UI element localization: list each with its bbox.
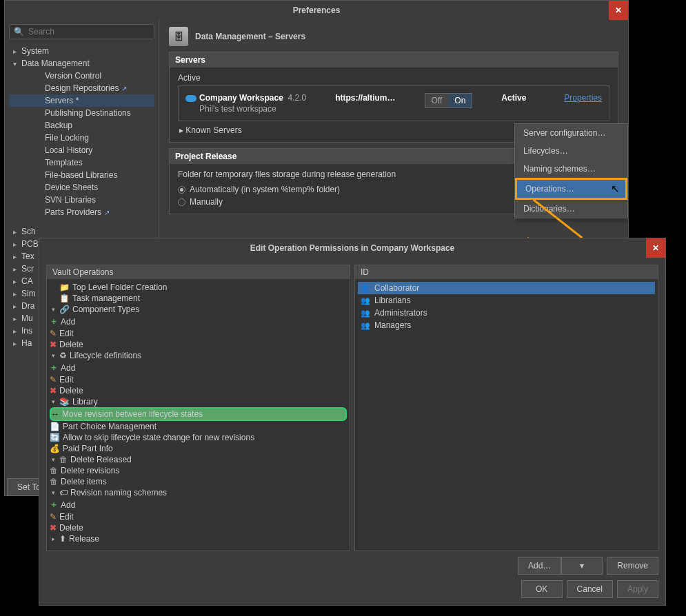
menu-dictionaries[interactable]: Dictionaries… bbox=[515, 200, 627, 218]
op-delete[interactable]: ✖ Delete bbox=[50, 339, 347, 350]
search-icon: 🔍 bbox=[14, 27, 24, 37]
users-icon: 👥 bbox=[361, 296, 370, 305]
op-lifecycle-def[interactable]: ▾♻ Lifecycle definitions bbox=[50, 350, 347, 361]
op-skip-lifecycle[interactable]: 🔄 Allow to skip lifecycle state change f… bbox=[50, 432, 347, 443]
op-library[interactable]: ▾📚 Library bbox=[50, 396, 347, 407]
workspace-name: Company Workspace bbox=[199, 93, 283, 103]
tree-servers[interactable]: Servers * bbox=[9, 94, 154, 107]
search-field[interactable] bbox=[28, 27, 150, 37]
user-icon: 👤 bbox=[361, 283, 370, 293]
users-icon: 👥 bbox=[361, 308, 370, 318]
op-delete[interactable]: ✖ Delete bbox=[50, 522, 347, 533]
edit-icon: ✎ bbox=[50, 329, 57, 338]
tree-templates[interactable]: Templates bbox=[9, 156, 154, 169]
dialog-title: Edit Operation Permissions in Company Wo… bbox=[250, 243, 455, 253]
id-administrators[interactable]: 👥Administrators bbox=[358, 307, 655, 319]
chevron-down-icon[interactable]: ▾ bbox=[561, 557, 603, 575]
op-toplevel-folder[interactable]: 📁 Top Level Folder Creation bbox=[50, 282, 347, 293]
menu-lifecycles[interactable]: Lifecycles… bbox=[515, 142, 627, 160]
tree-data-mgmt[interactable]: ▾Data Management bbox=[9, 57, 154, 70]
tree-backup[interactable]: Backup bbox=[9, 119, 154, 132]
tree-design-repos[interactable]: Design Repositories↗ bbox=[9, 82, 154, 94]
cloud-icon bbox=[185, 95, 196, 102]
tree-system[interactable]: ▸System bbox=[9, 45, 154, 57]
active-label: Active bbox=[178, 73, 609, 83]
page-title: Data Management – Servers bbox=[195, 32, 305, 41]
id-librarians[interactable]: 👥Librarians bbox=[358, 294, 655, 307]
tree-parts-providers[interactable]: Parts Providers↗ bbox=[9, 206, 154, 218]
toggle-on[interactable]: On bbox=[448, 94, 472, 107]
add-icon: ＋ bbox=[50, 316, 58, 327]
tree-local-history[interactable]: Local History bbox=[9, 144, 154, 156]
menu-server-config[interactable]: Server configuration… bbox=[515, 124, 627, 142]
op-task-mgmt[interactable]: 📋 Task management bbox=[50, 293, 347, 304]
op-edit[interactable]: ✎ Edit bbox=[50, 328, 347, 339]
op-edit[interactable]: ✎ Edit bbox=[50, 511, 347, 522]
trash-icon: 🗑 bbox=[59, 455, 68, 464]
op-move-revision[interactable]: ↔ Move revision between lifecycle states bbox=[50, 407, 347, 421]
id-header: ID bbox=[355, 265, 658, 279]
tree-version-control[interactable]: Version Control bbox=[9, 70, 154, 82]
op-add[interactable]: ＋ Add bbox=[50, 315, 347, 328]
menu-operations[interactable]: Operations…↖ bbox=[515, 178, 627, 200]
chevron-down-icon: ▾ bbox=[13, 60, 19, 68]
database-icon: 🗄 bbox=[169, 27, 188, 46]
op-comp-types[interactable]: ▾🔗 Component Types bbox=[50, 304, 347, 315]
workspace-desc: Phil's test workspace bbox=[185, 104, 306, 114]
toggle-off[interactable]: Off bbox=[425, 94, 449, 107]
tree-device-sheets[interactable]: Device Sheets bbox=[9, 181, 154, 194]
op-add[interactable]: ＋ Add bbox=[50, 361, 347, 374]
op-add[interactable]: ＋ Add bbox=[50, 498, 347, 511]
dialog-titlebar: Edit Operation Permissions in Company Wo… bbox=[39, 238, 665, 258]
op-part-choice[interactable]: 📄 Part Choice Management bbox=[50, 421, 347, 432]
delete-icon: ✖ bbox=[50, 340, 57, 349]
op-delete-revisions[interactable]: 🗑 Delete revisions bbox=[50, 465, 347, 476]
op-rev-naming[interactable]: ▾🏷 Revision naming schemes bbox=[50, 487, 347, 498]
tree-file-libs[interactable]: File-based Libraries bbox=[9, 169, 154, 181]
tree-file-locking[interactable]: File Locking bbox=[9, 132, 154, 144]
ext-icon: ↗ bbox=[104, 209, 110, 216]
ok-button[interactable]: OK bbox=[521, 580, 563, 598]
cursor-icon: ↖ bbox=[611, 183, 620, 195]
workspace-version: 4.2.0 bbox=[288, 93, 307, 103]
active-toggle[interactable]: Off On bbox=[425, 93, 473, 108]
users-icon: 👥 bbox=[361, 320, 370, 330]
tree-sch[interactable]: ▸Sch bbox=[9, 225, 154, 238]
op-delete[interactable]: ✖ Delete bbox=[50, 385, 347, 396]
servers-header: Servers bbox=[170, 52, 618, 68]
remove-button[interactable]: Remove bbox=[607, 557, 658, 575]
tree-svn-libs[interactable]: SVN Libraries bbox=[9, 194, 154, 206]
close-icon[interactable]: ✕ bbox=[646, 238, 665, 258]
chevron-right-icon: ▸ bbox=[13, 48, 19, 55]
close-icon[interactable]: ✕ bbox=[609, 1, 628, 20]
menu-naming-schemes[interactable]: Naming schemes… bbox=[515, 160, 627, 178]
workspace-url: https://altium… bbox=[335, 93, 395, 103]
op-edit[interactable]: ✎ Edit bbox=[50, 374, 347, 385]
properties-link[interactable]: Properties bbox=[564, 93, 602, 103]
vault-ops-header: Vault Operations bbox=[47, 265, 350, 279]
status-label: Active bbox=[501, 93, 526, 103]
add-button[interactable]: Add… ▾ bbox=[518, 557, 603, 575]
tree-pub-dest[interactable]: Publishing Destinations bbox=[9, 107, 154, 119]
breadcrumb: 🗄 Data Management – Servers bbox=[169, 27, 618, 46]
search-input[interactable]: 🔍 bbox=[9, 24, 154, 39]
properties-context-menu: Server configuration… Lifecycles… Naming… bbox=[514, 123, 628, 218]
cancel-button[interactable]: Cancel bbox=[567, 580, 613, 598]
op-paid-part[interactable]: 💰 Paid Part Info bbox=[50, 443, 347, 454]
op-release[interactable]: ▸⬆ Release bbox=[50, 533, 347, 544]
op-delete-released[interactable]: ▾🗑 Delete Released bbox=[50, 454, 347, 465]
preferences-title: Preferences bbox=[293, 6, 341, 15]
id-collaborator[interactable]: 👤Collaborator bbox=[358, 282, 655, 294]
ext-icon: ↗ bbox=[121, 85, 127, 92]
apply-button[interactable]: Apply bbox=[617, 580, 658, 598]
id-managers[interactable]: 👥Managers bbox=[358, 319, 655, 331]
preferences-titlebar: Preferences ✕ bbox=[5, 1, 628, 20]
op-delete-items[interactable]: 🗑 Delete items bbox=[50, 476, 347, 487]
